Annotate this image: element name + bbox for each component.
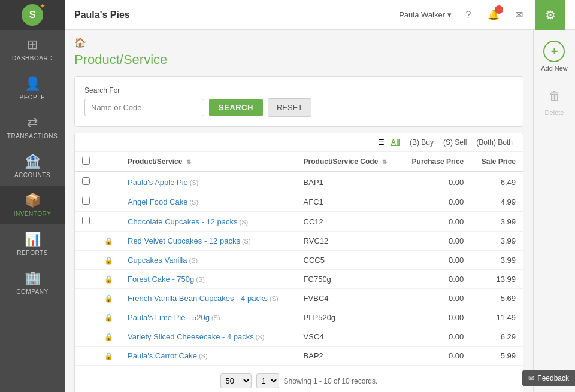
product-name[interactable]: Paula's Apple Pie — [128, 178, 188, 187]
filter-sell[interactable]: (S) Sell — [440, 137, 470, 148]
sidebar-item-transactions[interactable]: ⇄ TRANSACTIONS — [0, 108, 65, 147]
delete-button[interactable]: 🗑 Delete — [540, 80, 569, 121]
product-code: FVBC4 — [296, 289, 401, 308]
row-checkbox[interactable] — [82, 177, 90, 185]
feedback-icon: ✉ — [528, 374, 534, 382]
feedback-label: Feedback — [537, 374, 569, 382]
table-row: 🔒Cupcakes Vanilla(S)CCC50.003.99 — [75, 251, 523, 270]
product-code: AFC1 — [296, 192, 401, 212]
logo[interactable]: ✦ — [0, 0, 65, 30]
lock-icon: 🔒 — [104, 333, 113, 341]
people-icon: 👤 — [25, 76, 41, 92]
product-name[interactable]: Chocolate Cupcakes - 12 packs — [128, 217, 238, 226]
table-row: Chocolate Cupcakes - 12 packs(S)CC120.00… — [75, 212, 523, 232]
lock-icon: 🔒 — [104, 294, 113, 303]
product-name[interactable]: Angel Food Cake — [128, 197, 187, 206]
user-menu[interactable]: Paula Walker ▾ — [399, 10, 452, 19]
row-checkbox[interactable] — [82, 217, 90, 224]
row-checkbox[interactable] — [82, 197, 90, 205]
sale-price: 3.99 — [471, 251, 523, 270]
per-page-select[interactable]: 50 100 — [220, 373, 252, 388]
filter-both[interactable]: (Both) Both — [473, 137, 516, 148]
sidebar-item-inventory[interactable]: 📦 INVENTORY — [0, 186, 65, 224]
help-button[interactable]: ? — [460, 7, 477, 23]
add-new-label: Add New — [541, 65, 568, 72]
search-card: Search For SEARCH RESET — [74, 76, 523, 127]
product-code: FC750g — [296, 270, 401, 289]
table-row: 🔒Variety Sliced Cheesecake - 4 packs(S)V… — [75, 327, 523, 347]
topbar-right: Paula Walker ▾ ? 🔔 0 ✉ ⚙ — [399, 0, 565, 30]
sidebar: ✦ ⊞ DASHBOARD 👤 PEOPLE ⇄ TRANSACTIONS 🏦 … — [0, 0, 65, 392]
sale-price: 11.49 — [471, 308, 523, 327]
right-panel: + Add New 🗑 Delete — [533, 30, 575, 392]
sale-price: 13.99 — [471, 270, 523, 289]
product-code: CCC5 — [296, 251, 401, 270]
sidebar-item-company[interactable]: 🏢 COMPANY — [0, 263, 65, 302]
th-purchase-price: Purchase Price — [400, 152, 471, 172]
product-tag: (S) — [199, 353, 208, 360]
product-name[interactable]: Red Velvet Cupcakes - 12 packs — [128, 236, 240, 245]
product-code: BAP1 — [296, 172, 401, 192]
user-dropdown-icon: ▾ — [447, 10, 452, 19]
product-name[interactable]: Cupcakes Vanilla — [128, 256, 187, 265]
sidebar-item-dashboard[interactable]: ⊞ DASHBOARD — [0, 30, 65, 69]
product-name[interactable]: French Vanilla Bean Cupcakes - 4 packs — [128, 294, 268, 303]
page-select[interactable]: 1 — [256, 373, 279, 388]
table-row: Paula's Apple Pie(S)BAP10.006.49 — [75, 172, 523, 192]
delete-icon: 🗑 — [544, 85, 565, 107]
search-button[interactable]: SEARCH — [209, 99, 263, 116]
table-row: 🔒Forest Cake - 750g(S)FC750g0.0013.99 — [75, 270, 523, 289]
add-new-button[interactable]: + Add New — [537, 36, 571, 77]
logo-icon: ✦ — [22, 4, 43, 26]
company-icon: 🏢 — [25, 271, 41, 286]
lock-icon: 🔒 — [104, 352, 113, 360]
filter-all[interactable]: All — [388, 137, 403, 148]
add-icon: + — [543, 41, 565, 62]
sidebar-item-label: REPORTS — [17, 250, 48, 256]
company-name: Paula's Pies — [74, 10, 130, 20]
product-tag: (S) — [256, 333, 265, 341]
sort-product-icon[interactable]: ⇅ — [186, 159, 191, 165]
sidebar-item-label: INVENTORY — [14, 211, 51, 217]
product-name[interactable]: Paula's Carrot Cake — [128, 351, 197, 360]
product-code: RVC12 — [296, 232, 401, 251]
sort-code-icon[interactable]: ⇅ — [382, 159, 387, 165]
search-row: SEARCH RESET — [84, 98, 513, 117]
mail-button[interactable]: ✉ — [510, 7, 527, 23]
sidebar-item-accounts[interactable]: 🏦 ACCOUNTS — [0, 147, 65, 186]
dashboard-icon: ⊞ — [27, 37, 38, 53]
sale-price: 3.99 — [471, 232, 523, 251]
sale-price: 5.99 — [471, 347, 523, 366]
filter-buy[interactable]: (B) Buy — [407, 137, 437, 148]
sidebar-item-people[interactable]: 👤 PEOPLE — [0, 69, 65, 108]
product-name[interactable]: Variety Sliced Cheesecake - 4 packs — [128, 332, 254, 341]
product-name[interactable]: Forest Cake - 750g — [128, 275, 194, 284]
filter-icon: ☰ — [378, 138, 385, 147]
accounts-icon: 🏦 — [25, 154, 41, 169]
lock-icon: 🔒 — [104, 237, 113, 245]
settings-button[interactable]: ⚙ — [535, 0, 565, 30]
sale-price: 4.99 — [471, 192, 523, 212]
feedback-button[interactable]: ✉ Feedback — [522, 370, 575, 386]
sidebar-item-label: COMPANY — [16, 288, 48, 295]
product-tag: (S) — [189, 257, 198, 264]
main: Paula's Pies Paula Walker ▾ ? 🔔 0 ✉ ⚙ 🏠 — [65, 0, 575, 392]
product-tag: (S) — [189, 199, 198, 206]
notification-badge: 0 — [495, 5, 503, 14]
select-all-checkbox[interactable] — [82, 157, 90, 165]
logo-star: ✦ — [40, 2, 46, 10]
product-name[interactable]: Paula's Lime Pie - 520g — [128, 313, 210, 322]
purchase-price: 0.00 — [400, 212, 471, 232]
purchase-price: 0.00 — [400, 347, 471, 366]
sidebar-item-label: DASHBOARD — [12, 55, 53, 62]
reset-button[interactable]: RESET — [268, 98, 311, 117]
product-tag: (S) — [270, 295, 279, 302]
search-input[interactable] — [84, 99, 204, 116]
sidebar-item-reports[interactable]: 📊 REPORTS — [0, 224, 65, 263]
transactions-icon: ⇄ — [27, 115, 38, 130]
notification-button[interactable]: 🔔 0 — [485, 7, 502, 23]
products-table: Product/Service ⇅ Product/Service Code ⇅… — [75, 152, 523, 366]
sidebar-item-label: ACCOUNTS — [14, 172, 50, 178]
table-row: 🔒Paula's Carrot Cake(S)BAP20.005.99 — [75, 347, 523, 366]
product-tag: (S) — [240, 218, 249, 226]
